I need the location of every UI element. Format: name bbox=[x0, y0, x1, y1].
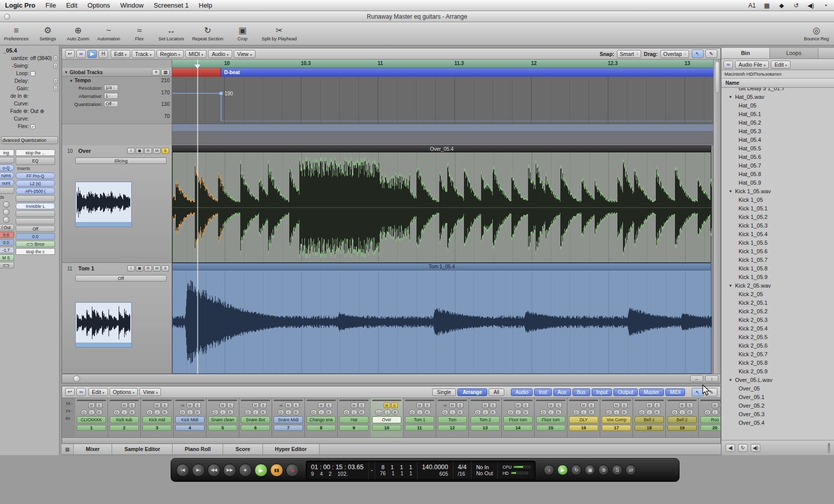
menu-item-options[interactable]: Options bbox=[87, 2, 110, 9]
pointer-tool-button[interactable]: ↖ bbox=[692, 49, 704, 58]
bin-file-row[interactable]: Kick 2_05 bbox=[721, 290, 834, 299]
tab-score[interactable]: Score bbox=[223, 444, 263, 455]
mute-button[interactable]: M bbox=[318, 403, 325, 408]
disclosure-triangle-icon[interactable]: ▼ bbox=[69, 79, 73, 83]
mixer-channel-dly-16[interactable]: MSOIRDLY16 bbox=[567, 398, 600, 437]
toolbar-button-split-by-playhead[interactable]: ✂Split by Playhead bbox=[262, 26, 297, 41]
mixer-filter-midi[interactable]: MIDI bbox=[665, 388, 685, 396]
drag-select[interactable]: Overlap↕ bbox=[660, 50, 689, 58]
marker-d-beat[interactable]: D-beat bbox=[221, 68, 713, 77]
record-enable-button[interactable]: R bbox=[227, 410, 234, 415]
format-button[interactable]: O bbox=[409, 410, 415, 415]
mixer-channel-floor-tom-14[interactable]: MSOIRFloor tom14 bbox=[502, 398, 535, 437]
mute-button[interactable]: M bbox=[515, 403, 522, 408]
bin-file-row[interactable]: Kick 2_05.5 bbox=[721, 333, 834, 342]
record-enable-button[interactable]: R bbox=[719, 410, 721, 415]
toolbar-button-flex[interactable]: ≈Flex bbox=[128, 26, 150, 41]
arrange-canvas[interactable]: 1010.31111.31212.313 D-beat 190 Over_05.… bbox=[172, 60, 713, 374]
format-button[interactable]: O bbox=[442, 410, 448, 415]
tab-piano-roll[interactable]: Piano Roll bbox=[173, 444, 223, 455]
bin-file-row[interactable]: Kick 1_05.1 bbox=[721, 204, 834, 213]
input-monitor-button[interactable]: I bbox=[154, 410, 161, 415]
record-enable-button[interactable]: R bbox=[555, 410, 562, 415]
bin-file-row[interactable]: Hat_05.3 bbox=[721, 127, 834, 136]
keyboard-input-icon[interactable]: А1 bbox=[748, 2, 756, 9]
flex-mode-select[interactable]: Slicing bbox=[75, 157, 167, 164]
strip-box[interactable] bbox=[0, 157, 14, 163]
speaker-icon[interactable]: ◀) bbox=[751, 444, 760, 452]
bin-file-row[interactable]: Kick 2_05.2 bbox=[721, 307, 834, 316]
solo-button[interactable]: S bbox=[621, 403, 628, 408]
bin-file-row[interactable]: Kick 1_05.6 bbox=[721, 247, 834, 256]
bin-file-row[interactable]: Kick 1_05.7 bbox=[721, 256, 834, 264]
solo-button[interactable]: S bbox=[490, 403, 496, 408]
track-config-button[interactable]: ▦ bbox=[161, 69, 170, 76]
mute-button[interactable]: M bbox=[285, 403, 292, 408]
format-button[interactable]: O bbox=[114, 410, 120, 415]
bin-menu-edit[interactable]: Edit▾ bbox=[771, 61, 791, 69]
strip-0-0[interactable]: 0.0 bbox=[0, 232, 14, 238]
region-tom1[interactable]: Tom 1_05.4 bbox=[172, 263, 711, 374]
input-monitor-button[interactable]: I bbox=[613, 410, 620, 415]
mixer-channel-clickkkk-1[interactable]: MSOIRCLICKKKK1 bbox=[75, 398, 108, 437]
toolbar-button-set-locators[interactable]: ↔Set Locators bbox=[159, 26, 184, 41]
input-monitor-button[interactable]: I bbox=[581, 410, 587, 415]
format-button[interactable]: O bbox=[475, 410, 481, 415]
sync-button[interactable]: ⇄ bbox=[626, 465, 636, 475]
track-solo-button[interactable]: S bbox=[162, 148, 169, 154]
replace-button[interactable]: ⊗ bbox=[598, 465, 609, 475]
mute-button[interactable]: M bbox=[581, 403, 587, 408]
disclosure-triangle-icon[interactable]: ▼ bbox=[64, 70, 68, 75]
mute-button[interactable]: M bbox=[548, 403, 554, 408]
format-button[interactable]: O bbox=[671, 410, 678, 415]
menu-item-file[interactable]: File bbox=[45, 2, 56, 9]
checkbox[interactable]: ✓ bbox=[30, 124, 35, 129]
back-button[interactable]: ↩ bbox=[65, 50, 75, 58]
toolbar-button-preferences[interactable]: ≡Preferences bbox=[4, 26, 29, 41]
track-record-button[interactable]: R bbox=[144, 148, 152, 154]
bin-file-list[interactable]: Git Delay 3 1_01.7▼Hat_05.wavHat_05Hat_0… bbox=[721, 88, 834, 440]
mixer-channel-snare-midi-7[interactable]: -∞MSOIRSnare Midi7 bbox=[272, 398, 305, 437]
bin-file-row[interactable]: Kick 2_05.4 bbox=[721, 324, 834, 333]
mixer-channel-tom-2-13[interactable]: MSOIRTom 213 bbox=[469, 398, 502, 437]
record-enable-button[interactable]: R bbox=[293, 410, 299, 415]
tempo-param-value[interactable]: 1↕ bbox=[104, 93, 118, 99]
format-button[interactable]: O bbox=[639, 410, 645, 415]
track-input-button[interactable]: I bbox=[127, 265, 135, 271]
strip-box[interactable] bbox=[16, 218, 55, 225]
record-enable-button[interactable]: R bbox=[162, 410, 168, 415]
strip-rums[interactable]: rums bbox=[0, 172, 14, 179]
forward-button[interactable]: ▶▶ bbox=[223, 464, 236, 477]
snap-select[interactable]: Smart↕ bbox=[617, 50, 642, 58]
solo-button[interactable]: S bbox=[719, 403, 721, 408]
strip-box[interactable] bbox=[0, 187, 14, 194]
record-enable-button[interactable]: R bbox=[358, 410, 365, 415]
input-monitor-button[interactable]: I bbox=[712, 410, 718, 415]
bin-file-row[interactable]: Kick 2_05.1 bbox=[721, 299, 834, 307]
bin-file-row[interactable]: ▼Kick 2_05.wav bbox=[721, 282, 834, 290]
cycle-button[interactable]: ↻ bbox=[571, 465, 582, 475]
link-button[interactable]: ∞ bbox=[76, 50, 86, 58]
mute-button[interactable]: M bbox=[712, 403, 718, 408]
bin-file-row[interactable]: Kick 2_05.9 bbox=[721, 367, 834, 376]
time-machine-icon[interactable]: ↺ bbox=[793, 2, 800, 9]
track-protect-button[interactable]: ▣ bbox=[136, 265, 143, 271]
bin-tab-bin[interactable]: Bin bbox=[721, 48, 770, 59]
record-enable-button[interactable]: R bbox=[523, 410, 529, 415]
solo-button[interactable]: S bbox=[129, 403, 135, 408]
input-monitor-button[interactable]: I bbox=[449, 410, 456, 415]
bin-file-row[interactable]: Over_05.4 bbox=[721, 419, 834, 427]
mixer-menu-view[interactable]: View▾ bbox=[139, 388, 161, 396]
bin-file-row[interactable]: Hat_05.7 bbox=[721, 161, 834, 170]
strip-off[interactable]: Off bbox=[16, 226, 55, 232]
format-button[interactable]: O bbox=[212, 410, 219, 415]
mixer-channel-kick-sub-2[interactable]: MSOIRKick sub2 bbox=[108, 398, 141, 437]
solo-button[interactable]: S bbox=[654, 403, 660, 408]
mixer-filter-audio[interactable]: Audio bbox=[511, 388, 533, 396]
input-monitor-button[interactable]: I bbox=[121, 410, 128, 415]
disclosure-triangle-icon[interactable]: ▼ bbox=[728, 282, 733, 290]
mixer-view-single[interactable]: Single bbox=[432, 388, 456, 396]
format-button[interactable]: O bbox=[507, 410, 514, 415]
mixer-view-all[interactable]: All bbox=[489, 388, 504, 396]
solo-button[interactable]: S bbox=[612, 465, 622, 475]
